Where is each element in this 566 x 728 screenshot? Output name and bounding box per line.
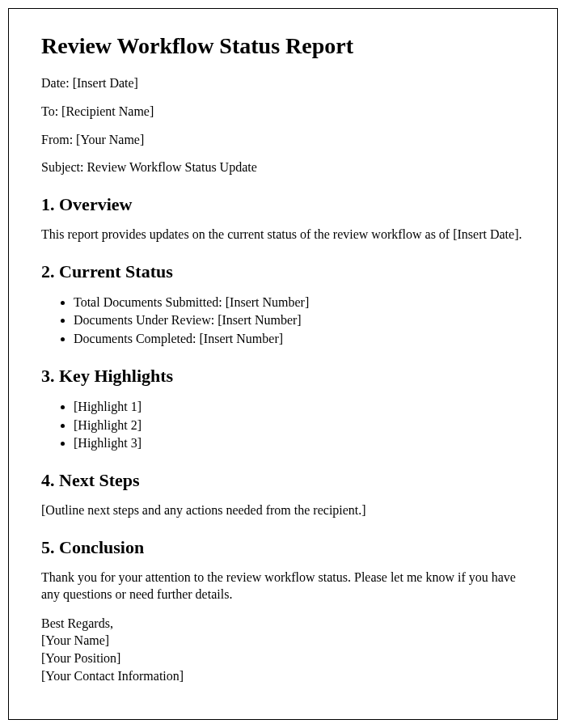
next-steps-body: [Outline next steps and any actions need…	[41, 502, 525, 519]
highlights-list: [Highlight 1] [Highlight 2] [Highlight 3…	[74, 398, 525, 452]
meta-from: From: [Your Name]	[41, 132, 525, 149]
list-item: [Highlight 2]	[74, 417, 525, 434]
report-title: Review Workflow Status Report	[41, 33, 525, 59]
signature-block: Best Regards, [Your Name] [Your Position…	[41, 615, 525, 684]
list-item: [Highlight 3]	[74, 434, 525, 452]
list-item: Total Documents Submitted: [Insert Numbe…	[74, 294, 525, 311]
list-item: Documents Under Review: [Insert Number]	[74, 311, 525, 329]
next-steps-heading: 4. Next Steps	[41, 470, 525, 491]
meta-date: Date: [Insert Date]	[41, 75, 525, 92]
list-item: Documents Completed: [Insert Number]	[74, 330, 525, 348]
signature-position: [Your Position]	[41, 650, 525, 667]
conclusion-body: Thank you for your attention to the revi…	[41, 569, 525, 603]
overview-body: This report provides updates on the curr…	[41, 226, 525, 243]
current-status-list: Total Documents Submitted: [Insert Numbe…	[74, 294, 525, 348]
document-page: Review Workflow Status Report Date: [Ins…	[8, 8, 558, 720]
meta-to: To: [Recipient Name]	[41, 104, 525, 121]
overview-heading: 1. Overview	[41, 194, 525, 215]
list-item: [Highlight 1]	[74, 398, 525, 416]
meta-subject: Subject: Review Workflow Status Update	[41, 159, 525, 176]
signature-contact: [Your Contact Information]	[41, 667, 525, 685]
conclusion-heading: 5. Conclusion	[41, 537, 525, 558]
signature-closing: Best Regards,	[41, 615, 525, 633]
signature-name: [Your Name]	[41, 632, 525, 650]
highlights-heading: 3. Key Highlights	[41, 366, 525, 387]
current-status-heading: 2. Current Status	[41, 261, 525, 282]
